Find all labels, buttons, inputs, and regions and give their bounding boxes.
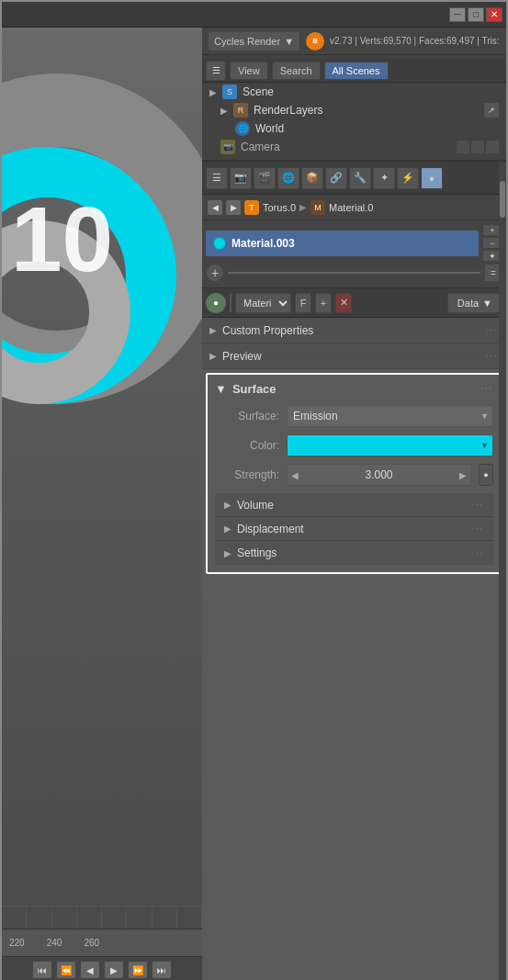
camera-extra-icons [457,141,499,153]
top-info-bar: Cycles Render ▼ B v2.73 | Verts:69,570 |… [202,28,506,55]
volume-arrow: ▶ [224,500,231,510]
scene-tree-item[interactable]: ▶ S Scene [202,83,506,101]
camera-icon-1 [457,141,469,153]
settings-arrow: ▶ [224,548,231,558]
close-button[interactable]: ✕ [486,7,502,22]
render-engine-arrow: ▼ [284,36,294,47]
camera-icon-2 [471,141,484,153]
grid-cell [27,907,51,929]
3d-viewport[interactable]: 10 220 240 260 [2,28,202,980]
scene-label: Scene [243,85,274,98]
grid-cell [2,907,27,929]
settings-label: Settings [237,546,277,559]
grid-cell [127,907,152,929]
material-color-dot [213,237,226,250]
surface-type-value: Emission [293,410,338,422]
color-arrow: ▼ [480,441,489,450]
material-row[interactable]: Material.003 [206,231,479,256]
fake-user-button[interactable]: F [295,293,311,313]
scroll-thumb[interactable] [500,181,505,218]
constraints-props-button[interactable]: 🔗 [325,167,347,189]
data-button-label: Data [457,298,479,309]
delete-material-button[interactable]: ✕ [335,293,352,313]
surface-type-row: Surface: Emission ▼ [215,405,493,427]
prev-frame-button[interactable]: ◀ [80,961,100,979]
torus-path-icon: T [244,200,259,215]
jump-back-button[interactable]: ⏪ [56,961,76,979]
jump-to-start-button[interactable]: ⏮ [32,961,52,979]
props-icon-btn-1[interactable]: ☰ [206,167,228,189]
world-props-button[interactable]: 🌐 [277,167,299,189]
surface-section-title: ▼ Surface ··· [215,382,493,396]
scene-icon: S [222,84,237,99]
minimize-button[interactable]: ─ [449,7,466,22]
viewport-background [2,28,202,980]
displacement-subsection[interactable]: ▶ Displacement ··· [215,517,493,541]
material-add-row: + = [206,262,502,284]
material-path-icon: M [310,200,325,215]
grid-cell [52,907,77,929]
search-button[interactable]: Search [272,62,321,80]
surface-type-field[interactable]: Emission ▼ [287,405,493,427]
surface-section: ▼ Surface ··· Surface: Emission ▼ [206,373,502,574]
modifier-props-button[interactable]: 🔧 [349,167,371,189]
world-tree-item[interactable]: 🌐 World [202,119,506,138]
displacement-dots: ··· [471,524,484,534]
right-panel: Cycles Render ▼ B v2.73 | Verts:69,570 |… [202,28,506,980]
next-frame-button[interactable]: ▶ [104,961,124,979]
material-name-label: Material.003 [231,237,295,250]
preview-header[interactable]: ▶ Preview ··· [202,344,506,369]
custom-properties-header[interactable]: ▶ Custom Properties ··· [202,318,506,344]
color-label: Color: [215,439,279,452]
viewport-frame-number: 10 [11,193,113,285]
camera-label: Camera [241,141,280,153]
maximize-button[interactable]: □ [468,7,484,22]
object-props-button[interactable]: 📦 [301,167,323,189]
material-row-container: Material.003 + − ✦ [206,224,502,262]
material-type-select[interactable]: Materi [235,293,291,313]
add-material-button[interactable]: + [315,293,332,313]
material-divider [228,272,480,274]
preview-dots: ··· [486,351,499,361]
render-props-button[interactable]: 📷 [230,167,252,189]
grid-cell [152,907,177,929]
volume-subsection[interactable]: ▶ Volume ··· [215,493,493,517]
displacement-label: Displacement [237,523,304,535]
material-props-button[interactable]: ● [421,167,443,189]
strength-row: Strength: ◀ 3.000 ▶ ● [215,464,493,486]
jump-to-end-button[interactable]: ⏭ [152,961,172,979]
strength-field[interactable]: ◀ 3.000 ▶ [287,464,471,486]
breadcrumb-bar: ◀ ▶ T Torus.0 ▶ M Material.0 [202,195,506,220]
data-button[interactable]: Data ▼ [447,293,502,313]
physics-props-button[interactable]: ⚡ [397,167,419,189]
surface-field-arrow: ▼ [480,411,489,421]
strength-lock-button[interactable]: ● [479,464,493,486]
world-icon: 🌐 [235,121,250,136]
preview-label: Preview [222,350,262,363]
timeline-num-240: 240 [47,938,62,948]
material-new-button[interactable]: + [206,264,224,282]
outliner-mode-icon[interactable]: ☰ [206,61,226,81]
jump-forward-button[interactable]: ⏩ [128,961,148,979]
custom-properties-label: Custom Properties [222,324,313,337]
scene-props-button[interactable]: 🎬 [254,167,276,189]
all-scenes-button[interactable]: All Scenes [324,62,389,80]
path-nav-icon-2[interactable]: ▶ [226,200,241,215]
camera-tree-item[interactable]: 📷 Camera [202,138,506,156]
render-engine-dropdown[interactable]: Cycles Render ▼ [208,31,300,51]
particle-props-button[interactable]: ✦ [373,167,395,189]
playback-controls: ⏮ ⏪ ◀ ▶ ⏩ ⏭ [2,957,202,980]
timeline-num-220: 220 [9,938,25,948]
strength-value: 3.000 [365,468,392,481]
settings-subsection[interactable]: ▶ Settings ··· [215,541,493,565]
render-layers-tree-item[interactable]: ▶ R RenderLayers ↗ [202,101,506,119]
camera-icon: 📷 [220,140,235,154]
render-layers-label: RenderLayers [254,104,322,117]
scroll-bar[interactable] [499,162,506,980]
scene-expand-arrow: ▶ [209,87,217,97]
path-nav-icon[interactable]: ◀ [208,200,222,215]
grid-cell [102,907,127,929]
main-layout: 10 220 240 260 [2,28,506,980]
color-swatch[interactable]: ▼ [287,434,493,456]
view-button[interactable]: View [230,62,268,80]
